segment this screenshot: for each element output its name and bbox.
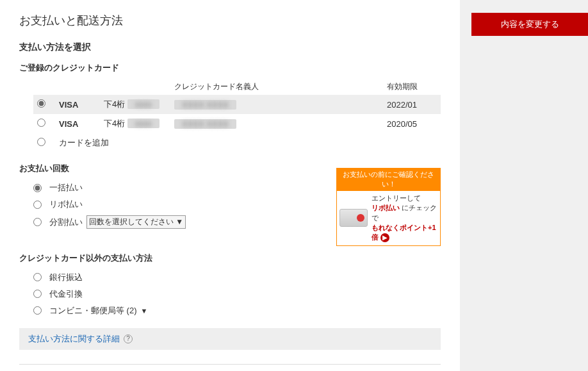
chevron-down-icon[interactable]: ▼ bbox=[141, 307, 148, 315]
card-expiry: 2020/05 bbox=[383, 114, 441, 133]
bank-radio[interactable] bbox=[33, 273, 42, 281]
installment-label[interactable]: 分割払い bbox=[49, 217, 83, 228]
last4-masked: xxxx bbox=[127, 99, 159, 109]
lump-radio[interactable] bbox=[33, 184, 42, 192]
header-holder: クレジットカード名義人 bbox=[170, 79, 383, 95]
last4-label: 下4桁 bbox=[104, 119, 125, 128]
registered-cards-title: ご登録のクレジットカード bbox=[19, 62, 441, 74]
help-icon[interactable]: ? bbox=[124, 334, 133, 343]
card-brand: VISA bbox=[55, 114, 100, 133]
payment-section-title: 支払い方法を選択 bbox=[19, 41, 441, 53]
cod-label[interactable]: 代金引換 bbox=[49, 288, 83, 300]
add-card-row[interactable]: カードを追加 bbox=[33, 133, 441, 153]
add-card-radio[interactable] bbox=[37, 138, 45, 146]
installment-radio[interactable] bbox=[33, 218, 42, 226]
page-title: お支払いと配送方法 bbox=[19, 13, 441, 28]
lump-label[interactable]: 一括払い bbox=[49, 182, 83, 194]
header-expiry: 有効期限 bbox=[383, 79, 441, 95]
payment-details-bar: 支払い方法に関する詳細 ? bbox=[19, 328, 441, 350]
card-row[interactable]: VISA 下4桁 xxxx XXXX XXXX 2020/05 bbox=[33, 114, 441, 133]
card-radio-0[interactable] bbox=[37, 99, 45, 108]
conv-label[interactable]: コンビニ・郵便局等 (2) bbox=[49, 305, 137, 317]
divider bbox=[19, 364, 441, 365]
other-payment-title: クレジットカード以外の支払い方法 bbox=[19, 252, 441, 264]
card-expiry: 2022/01 bbox=[383, 95, 441, 114]
change-content-button[interactable]: 内容を変更する bbox=[471, 13, 588, 36]
card-table: クレジットカード名義人 有効期限 VISA 下4桁 xxxx XXXX XXXX… bbox=[33, 79, 441, 153]
promo-head: お支払いの前にご確認ください！ bbox=[337, 169, 440, 191]
bank-label[interactable]: 銀行振込 bbox=[49, 272, 83, 283]
promo-arrow-icon: ▶ bbox=[380, 233, 389, 242]
card-brand: VISA bbox=[55, 95, 100, 114]
card-row[interactable]: VISA 下4桁 xxxx XXXX XXXX 2022/01 bbox=[33, 95, 441, 114]
payment-details-link[interactable]: 支払い方法に関する詳細 bbox=[28, 333, 120, 345]
revolving-label[interactable]: リボ払い bbox=[49, 199, 83, 210]
cod-radio[interactable] bbox=[33, 290, 42, 298]
revolving-radio[interactable] bbox=[33, 201, 42, 209]
card-radio-1[interactable] bbox=[37, 119, 45, 127]
installment-select[interactable]: 回数を選択してください ▼ bbox=[86, 215, 186, 229]
last4-masked: xxxx bbox=[127, 119, 159, 128]
conv-radio[interactable] bbox=[33, 306, 42, 315]
promo-banner[interactable]: お支払いの前にご確認ください！ エントリーして リボ払い にチェックで もれなく… bbox=[336, 168, 441, 246]
promo-text: エントリーして リボ払い にチェックで もれなくポイント+1倍 ▶ bbox=[372, 194, 437, 243]
promo-card-icon bbox=[339, 209, 368, 227]
holder-masked: XXXX XXXX bbox=[174, 119, 236, 129]
holder-masked: XXXX XXXX bbox=[174, 100, 236, 110]
payment-count-title: お支払い回数 bbox=[19, 163, 330, 174]
last4-label: 下4桁 bbox=[104, 99, 125, 109]
add-card-label: カードを追加 bbox=[55, 133, 441, 153]
